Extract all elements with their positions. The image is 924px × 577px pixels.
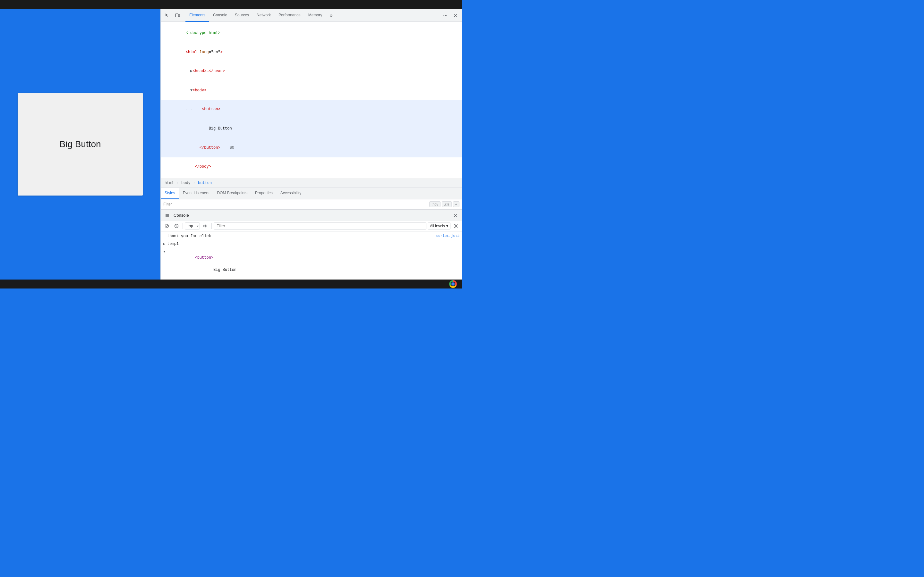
console-toolbar-divider2 <box>212 223 212 229</box>
console-levels-button[interactable]: All levels ▾ <box>428 222 451 229</box>
console-drawer: Console <box>161 210 462 280</box>
console-log-line-1: thank you for click script.js:2 <box>161 233 462 240</box>
tab-performance[interactable]: Performance <box>275 9 304 22</box>
device-toggle-button[interactable] <box>172 10 183 21</box>
devtools-toolbar: Elements Console Sources Network Perform… <box>161 9 462 22</box>
toolbar-end-icons <box>440 10 461 21</box>
toolbar-divider <box>184 12 184 19</box>
console-menu-icon[interactable] <box>163 211 171 219</box>
tab-elements[interactable]: Elements <box>186 9 209 22</box>
devtools-tabs: Elements Console Sources Network Perform… <box>186 9 440 22</box>
breadcrumb-bar: html › body › button <box>161 179 462 188</box>
more-tabs-button[interactable]: » <box>326 9 336 22</box>
add-style-button[interactable]: + <box>453 201 459 207</box>
chrome-logo-icon <box>449 280 457 288</box>
breadcrumb-button[interactable]: button <box>197 180 213 186</box>
html-line-head[interactable]: ▶<head>…</head> <box>161 62 462 81</box>
svg-point-18 <box>455 226 457 227</box>
styles-tabs: Styles Event Listeners DOM Breakpoints P… <box>161 188 462 199</box>
devtools-panel: Elements Console Sources Network Perform… <box>160 9 462 279</box>
styles-tab-styles[interactable]: Styles <box>161 188 179 199</box>
svg-rect-1 <box>178 15 180 17</box>
html-line-body[interactable]: ▼<body> <box>161 81 462 100</box>
filter-bar: :hov .cls + <box>161 199 462 210</box>
html-line-button-close[interactable]: </button> == $0 <box>161 138 462 157</box>
tab-sources[interactable]: Sources <box>231 9 253 22</box>
svg-line-13 <box>166 225 168 227</box>
console-drawer-close-button[interactable] <box>452 211 459 219</box>
styles-filter-input[interactable] <box>163 202 427 206</box>
console-filter-input[interactable] <box>214 222 426 229</box>
breadcrumb-html[interactable]: html <box>163 180 175 186</box>
styles-tab-event-listeners[interactable]: Event Listeners <box>179 188 213 199</box>
main-area: Big Button Elements <box>0 9 462 279</box>
console-drawer-header: Console <box>161 210 462 221</box>
demo-button-text: Big Button <box>59 139 101 149</box>
svg-point-2 <box>445 15 446 15</box>
html-line-button-open[interactable]: ... <button> <box>161 100 462 119</box>
console-source-link-1: script.js:2 <box>436 234 459 238</box>
console-context-wrapper: top <box>185 222 200 229</box>
clear-console-button[interactable] <box>163 222 171 230</box>
styles-tab-properties[interactable]: Properties <box>251 188 276 199</box>
svg-point-3 <box>443 15 444 15</box>
devtools-settings-button[interactable] <box>440 10 451 21</box>
bottom-bar <box>0 279 462 288</box>
console-expand-temp1[interactable]: ▶ <box>163 242 165 247</box>
no-errors-button[interactable] <box>172 222 181 230</box>
styles-tab-accessibility[interactable]: Accessibility <box>276 188 305 199</box>
console-toolbar-divider <box>183 223 183 229</box>
page-preview-area: Big Button <box>0 9 160 279</box>
breadcrumb-sep-1: › <box>176 181 179 185</box>
console-output: thank you for click script.js:2 ▶ temp1 … <box>161 231 462 280</box>
hov-filter-button[interactable]: :hov <box>429 201 441 207</box>
console-log-line-2: ▶ temp1 <box>161 240 462 248</box>
breadcrumb-body[interactable]: body <box>180 180 192 186</box>
svg-point-17 <box>205 226 206 227</box>
devtools-close-button[interactable] <box>451 10 461 21</box>
styles-tab-dom-breakpoints[interactable]: DOM Breakpoints <box>213 188 251 199</box>
top-bar <box>0 0 462 9</box>
demo-card: Big Button <box>18 93 143 195</box>
console-context-select[interactable]: top <box>185 222 200 229</box>
html-line-body-close[interactable]: </body> <box>161 157 462 177</box>
console-drawer-title: Console <box>174 213 189 218</box>
tab-network[interactable]: Network <box>253 9 275 22</box>
console-log-line-3: ◀ <button> Big Button </button> <box>161 248 462 279</box>
console-settings-button[interactable] <box>452 222 460 230</box>
svg-line-15 <box>176 225 178 227</box>
filter-actions: :hov .cls + <box>429 201 459 207</box>
cls-filter-button[interactable]: .cls <box>442 201 452 207</box>
svg-rect-0 <box>176 14 178 17</box>
live-expressions-button[interactable] <box>201 222 210 230</box>
breadcrumb-sep-2: › <box>193 181 195 185</box>
elements-panel: <!doctype html> <html lang="en"> ▶<head>… <box>161 22 462 179</box>
html-line-doctype[interactable]: <!doctype html> <box>161 24 462 43</box>
inspect-element-button[interactable] <box>162 10 172 21</box>
console-toolbar: top All levels ▾ <box>161 221 462 231</box>
tab-memory[interactable]: Memory <box>304 9 326 22</box>
html-line-html[interactable]: <html lang="en"> <box>161 43 462 62</box>
tab-console[interactable]: Console <box>209 9 231 22</box>
svg-point-4 <box>446 15 447 15</box>
html-line-button-text[interactable]: Big Button <box>161 119 462 139</box>
